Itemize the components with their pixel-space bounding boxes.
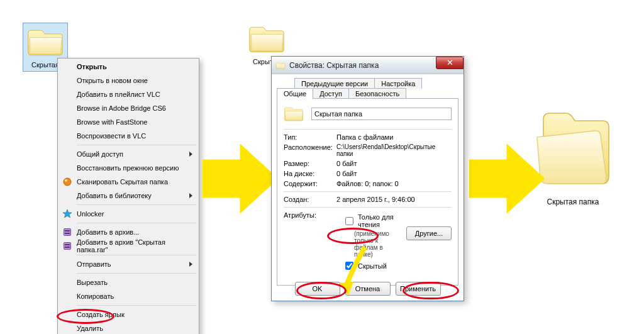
cm-add-archive-named[interactable]: Добавить в архив "Скрытая папка.rar" [59,239,197,253]
cm-sharing[interactable]: Общий доступ [59,147,197,161]
submenu-arrow-icon [189,193,192,198]
label-created: Создан: [284,196,336,203]
svg-marker-8 [469,144,545,213]
tab-panel-general: Тип:Папка с файлами Расположение:C:\User… [277,98,458,286]
value-contains: Файлов: 0; папок: 0 [336,180,452,187]
cm-browse-bridge[interactable]: Browse in Adobe Bridge CS6 [59,101,197,115]
label-attributes: Атрибуты: [284,211,336,274]
value-size: 0 байт [336,160,452,167]
big-arrow-icon [203,141,278,216]
cm-cut[interactable]: Вырезать [59,276,197,289]
cm-play-vlc[interactable]: Воспроизвести в VLC [59,129,197,143]
cancel-button[interactable]: Отмена [345,282,391,296]
winrar-icon [62,227,72,237]
dialog-buttons: OK Отмена Применить [272,282,464,296]
cm-add-archive[interactable]: Добавить в архив... [59,225,197,239]
label-location: Расположение: [284,143,336,157]
label-contains: Содержит: [284,180,336,187]
folder-icon [248,23,286,55]
separator [77,273,196,274]
antivirus-icon [62,177,72,187]
other-button[interactable]: Другие... [406,226,452,240]
separator [77,223,196,223]
tab-general[interactable]: Общие [277,88,313,99]
cm-browse-faststone[interactable]: Browse with FastStone [59,115,197,129]
cm-unlocker[interactable]: Unlocker [59,207,197,221]
separator [284,191,452,192]
tab-security[interactable]: Безопасность [348,88,406,99]
cm-add-playlist-vlc[interactable]: Добавить в плейлист VLC [59,87,197,101]
tab-customize[interactable]: Настройка [374,78,422,89]
cm-open-new-window[interactable]: Открыть в новом окне [59,74,197,87]
properties-dialog: Свойства: Скрытая папка ✕ Предыдущие вер… [271,56,464,301]
tab-row-lower: Общие Доступ Безопасность [277,88,458,99]
dialog-titlebar[interactable]: Свойства: Скрытая папка ✕ [272,57,464,74]
separator [77,204,196,205]
label-readonly: Только для чтения [358,213,400,228]
label-type: Тип: [284,133,336,141]
label-size: Размер: [284,160,336,167]
cm-copy[interactable]: Копировать [59,289,197,303]
tab-access[interactable]: Доступ [313,88,349,99]
folder-name-input[interactable] [311,108,452,120]
value-type: Папка с файлами [336,133,452,141]
cm-delete[interactable]: Удалить [59,321,197,334]
apply-button[interactable]: Применить [396,282,441,296]
cm-send-to[interactable]: Отправить [59,257,197,271]
value-created: 2 апреля 2015 г., 9:46:00 [336,196,452,203]
separator [284,207,452,208]
close-icon: ✕ [447,58,453,67]
cm-create-shortcut[interactable]: Создать ярлык [59,308,197,321]
big-arrow-icon [469,141,545,216]
folder-icon [284,105,304,123]
dialog-title: Свойства: Скрытая папка [289,61,379,70]
checkbox-hidden-row[interactable]: Скрытый [343,260,400,272]
checkbox-readonly-row[interactable]: Только для чтения [343,213,400,228]
value-location: C:\Users\Rendal\Desktop\Скрытые папки [336,143,452,157]
separator [284,129,452,130]
ok-button[interactable]: OK [295,282,340,296]
submenu-arrow-icon [189,152,192,157]
folder-icon [275,60,286,70]
winrar-icon [62,241,72,251]
close-button[interactable]: ✕ [436,57,464,69]
svg-marker-7 [203,144,278,213]
separator [77,145,196,145]
tab-row-upper: Предыдущие версии Настройка [277,78,458,89]
separator [77,255,196,255]
context-menu: Открыть Открыть в новом окне Добавить в … [57,58,199,334]
note-readonly: (применимо только к файлам в папке) [354,230,400,258]
submenu-arrow-icon [189,262,192,267]
unlocker-icon [62,209,72,219]
checkbox-readonly[interactable] [345,217,353,225]
value-ondisk: 0 байт [336,170,452,177]
checkbox-hidden[interactable] [345,262,353,270]
cm-scan-hidden[interactable]: Сканировать Скрытая папка [59,175,197,189]
cm-restore-previous[interactable]: Восстановить прежнюю версию [59,161,197,175]
cm-add-library[interactable]: Добавить в библиотеку [59,189,197,203]
folder-icon [26,26,64,58]
cm-open[interactable]: Открыть [59,60,197,74]
tab-previous-versions[interactable]: Предыдущие версии [294,78,375,89]
label-hidden: Скрытый [358,262,387,270]
separator [77,305,196,306]
label-ondisk: На диске: [284,170,336,177]
